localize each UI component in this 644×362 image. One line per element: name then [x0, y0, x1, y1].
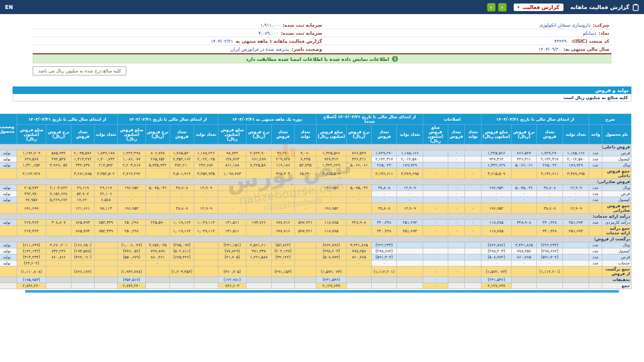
value-cell	[448, 277, 464, 283]
value-cell: ۸۸۰,۴۶۱	[145, 254, 170, 260]
value-cell	[448, 260, 464, 266]
product-status-cell	[0, 226, 17, 236]
value-cell: ۰	[294, 185, 316, 191]
value-cell: ۰	[218, 203, 246, 214]
value-cell	[94, 248, 117, 254]
next-report-button[interactable]: ›	[498, 3, 507, 12]
isic-value: ۴۳۲۲۹۰	[554, 39, 569, 44]
value-cell: (۱۹۳,۵۷۸)	[71, 248, 94, 254]
value-cell: ۳۶,۲۷۰	[271, 150, 294, 156]
unit-cell	[589, 203, 602, 214]
product-name-cell: ویال	[602, 185, 631, 191]
value-cell: ۲۴۵,۵۹۰	[145, 220, 170, 226]
table-row: ویالعدد۱۸۹,۹۴۹۲۶۵,۰۲۴۵,۰۶۶,۰۶۱۱,۳۴۲,۶۲۹۰…	[0, 162, 631, 168]
value-cell	[271, 277, 294, 283]
language-switch[interactable]: EN	[5, 5, 13, 10]
value-cell: ۵,۷۳۵,۹۳۲	[145, 162, 170, 168]
prev-report-button[interactable]: ‹	[487, 3, 496, 12]
table-row: جمع فروش صادراتی۱۲,۹۰۹۳۸,۸۰۸۱۹۶,۹۵۲۰۰۰۱۲…	[0, 203, 631, 214]
table-row: ویالعدد(۲۲۲,۲۳۳)۳,۴۴۱,۸۶۵(۷۶۴,۸۹۶)(۲۲۲,۲…	[0, 242, 631, 248]
unit-cell: عدد	[589, 260, 602, 266]
header-desc: شرح	[589, 114, 631, 125]
value-cell: ۳۸,۸۰۸	[170, 203, 194, 214]
product-status-cell	[0, 277, 17, 283]
value-cell	[145, 226, 170, 236]
value-cell: ۰	[448, 220, 464, 226]
value-cell	[448, 254, 464, 260]
value-cell: (۵۰۸,۹۷۴)	[481, 254, 511, 260]
value-cell	[246, 266, 271, 277]
value-cell: ۰	[448, 156, 464, 162]
value-cell: ۵,۰۷۵,۰۳۶	[511, 185, 536, 191]
unit-cell	[589, 266, 602, 277]
value-cell: ۰	[396, 197, 423, 203]
product-name-cell: جمع فروش صادراتی	[602, 203, 631, 214]
value-cell: ۰	[145, 197, 170, 203]
section-title-cell: فروش داخلی:	[0, 144, 631, 150]
value-cell	[464, 248, 481, 254]
header-sale-rate: نرخ فروش (ریال)	[246, 125, 271, 144]
value-cell: ۰	[218, 191, 246, 197]
product-name-cell: جمع برگشت از فروش	[602, 266, 631, 277]
value-cell: ۰	[448, 185, 464, 191]
issuer-status-label: وضعیت ناشر:	[291, 47, 322, 52]
value-cell	[464, 162, 481, 168]
value-cell	[94, 260, 117, 266]
value-cell: ۰	[396, 191, 423, 197]
million-rial-note[interactable]: کلیه مبالغ درج شده به میلیون ریال می باش…	[33, 66, 126, 75]
product-name-cell: کپسول	[602, 197, 631, 203]
value-cell: ۱۲,۹۰۹	[194, 203, 218, 214]
value-cell: ۱۹۶,۹۵۲	[481, 185, 511, 191]
value-cell: ۰	[170, 191, 194, 197]
value-cell: (۵۰۸,۹۷۴)	[316, 254, 346, 260]
value-cell: ۲۱۴,۵۹۲	[94, 162, 117, 168]
unit-cell	[589, 277, 602, 283]
value-cell: (۳۱۳,۴۳۳)	[17, 254, 46, 260]
report-period-label: گزارش فعالیت ماهانه ۱ ماهه منتهی به	[235, 39, 322, 44]
value-cell	[396, 260, 423, 266]
unit-cell: عدد	[589, 242, 602, 248]
header-group-adjustments: اصلاحات	[423, 114, 481, 125]
value-cell	[396, 266, 423, 277]
value-cell: ۰	[316, 197, 346, 203]
value-cell: ۰	[170, 260, 194, 266]
value-cell	[464, 242, 481, 248]
value-cell	[464, 185, 481, 191]
value-cell: ۱,۳۱۳,۴۷۲	[71, 156, 94, 162]
value-cell	[423, 150, 448, 156]
value-cell	[511, 283, 536, 289]
table-row: جمع فروش داخلی۳,۳۸۹,۶۹۵۴,۱۳۶,۶۱۱۳,۶۱۵,۵۰…	[0, 168, 631, 179]
next-section-bar	[25, 290, 619, 293]
value-cell	[271, 283, 294, 289]
value-cell: ۱۲۱,۶۶۱	[71, 203, 94, 214]
value-cell: ۳,۳۸۹,۶۹۵	[562, 168, 589, 179]
value-cell	[464, 254, 481, 260]
report-period-value: ۱۴۰۴/۰۳/۳۱	[211, 39, 233, 44]
header-sale-amount: مبلغ فروش (میلیون ریال)	[481, 125, 511, 144]
product-name-cell: قرص	[602, 191, 631, 197]
value-cell	[371, 277, 396, 283]
table-row: قرصعدد۰۰۰۰۰۰۰۰۰۰۰۰۰۰۰۰۰۴۲,۱۰۶۵۴,۹۰۷۷,۱۵۶…	[0, 191, 631, 197]
company-value[interactable]: داروسازی سبحان انکولوژی	[539, 23, 590, 28]
product-status-cell: تولید	[0, 156, 17, 162]
value-cell: (۲۳۱,۵۳۶)	[316, 277, 346, 283]
report-type-dropdown[interactable]: گزارش فعالیت ▾	[514, 4, 564, 11]
value-cell	[194, 266, 218, 277]
value-cell	[145, 266, 170, 277]
value-cell	[346, 277, 371, 283]
value-cell: ۳۴۰,۴۴۸	[371, 226, 396, 236]
value-cell	[562, 242, 589, 248]
value-cell	[448, 283, 464, 289]
table-row: جمع برگشت از فروش(۱,۱۱۲,۲۰۱)(۱,۵۷۲,۰۷۳)۰…	[0, 266, 631, 277]
info-row: نماد: دسانکو سرمایه ثبت نشده: ۴,۰۸۹,۰۰۰	[33, 29, 611, 37]
product-status-cell: تولید	[0, 191, 17, 197]
value-cell: ۰	[448, 168, 464, 179]
value-cell: ۷۶۶,۵۴۷	[346, 150, 371, 156]
value-cell	[511, 168, 536, 179]
value-cell	[294, 283, 316, 289]
value-cell: ۳,۶۵۷,۰۴۵	[145, 242, 170, 248]
isic-field: کد صنعت (ISIC): ۴۳۲۲۹۰	[322, 39, 609, 44]
value-cell	[346, 283, 371, 289]
value-cell: ۳۴۸,۹۰۸	[346, 220, 371, 226]
info-icon: i	[392, 56, 398, 62]
